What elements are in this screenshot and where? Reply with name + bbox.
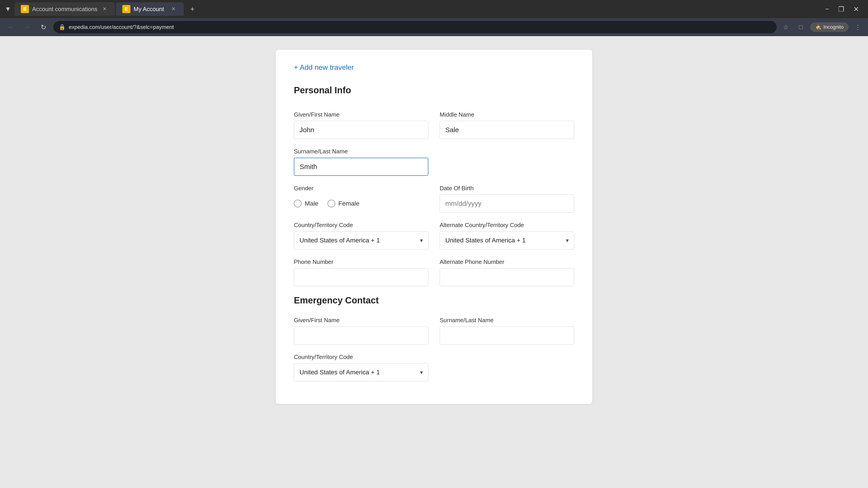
alt-country-territory-code-label: Alternate Country/Territory Code xyxy=(440,222,574,229)
address-bar: ← → ↻ 🔒 expedia.com/user/account/?&selc=… xyxy=(0,18,868,36)
country-territory-select-wrapper: United States of America + 1 xyxy=(294,231,428,250)
address-input-wrap[interactable]: 🔒 expedia.com/user/account/?&selc=paymen… xyxy=(53,21,777,33)
date-of-birth-label: Date Of Birth xyxy=(440,185,574,192)
gender-male-radio[interactable] xyxy=(294,200,302,207)
emergency-name-row: Given/First Name Surname/Last Name xyxy=(294,317,574,345)
form-card: + Add new traveler Personal Info Given/F… xyxy=(276,50,592,404)
alt-phone-number-label: Alternate Phone Number xyxy=(440,258,574,265)
gender-dob-row: Gender Male Female Date Of Birth xyxy=(294,185,574,213)
gender-female-option[interactable]: Female xyxy=(328,200,360,207)
tab-account-communications[interactable]: E Account communications ✕ xyxy=(14,2,115,16)
emergency-given-first-name-input[interactable] xyxy=(294,326,428,345)
gender-options: Male Female xyxy=(294,195,428,213)
tab-bar: ▼ E Account communications ✕ E My Accoun… xyxy=(0,0,868,18)
country-territory-code-group: Country/Territory Code United States of … xyxy=(294,222,428,250)
middle-name-input[interactable] xyxy=(440,121,574,139)
emergency-spacer xyxy=(440,354,574,381)
country-territory-code-label: Country/Territory Code xyxy=(294,222,428,229)
emergency-contact-title: Emergency Contact xyxy=(294,295,574,305)
tab-1-close-button[interactable]: ✕ xyxy=(101,5,109,13)
gender-label: Gender xyxy=(294,185,428,192)
gender-male-option[interactable]: Male xyxy=(294,200,318,207)
tab-2-favicon: E xyxy=(122,5,130,13)
tab-1-favicon: E xyxy=(21,5,29,13)
personal-info-title: Personal Info xyxy=(294,85,574,100)
maximize-button[interactable]: ❐ xyxy=(838,5,844,13)
gender-female-radio[interactable] xyxy=(328,200,335,207)
incognito-label: Incognito xyxy=(824,24,844,30)
country-territory-code-select[interactable]: United States of America + 1 xyxy=(294,231,428,250)
tab-2-label: My Account xyxy=(133,6,164,13)
emergency-country-row: Country/Territory Code United States of … xyxy=(294,354,574,381)
country-territory-code-value: United States of America + 1 xyxy=(300,237,380,244)
address-bar-actions: ☆ □ 🕵 Incognito ⋮ xyxy=(780,22,864,33)
alt-phone-number-group: Alternate Phone Number xyxy=(440,258,574,286)
forward-button[interactable]: → xyxy=(21,21,33,33)
surname-last-name-group: Surname/Last Name xyxy=(294,148,428,176)
date-of-birth-input[interactable] xyxy=(440,195,574,213)
add-traveler-link[interactable]: + Add new traveler xyxy=(294,63,354,72)
phone-number-group: Phone Number xyxy=(294,258,428,286)
emergency-surname-last-name-group: Surname/Last Name xyxy=(440,317,574,345)
incognito-indicator[interactable]: 🕵 Incognito xyxy=(810,22,848,32)
emergency-contact-section: Emergency Contact Given/First Name Surna… xyxy=(294,295,574,381)
alt-country-territory-code-select[interactable]: United States of America + 1 xyxy=(440,231,574,250)
alt-country-territory-code-value: United States of America + 1 xyxy=(445,237,526,244)
phone-number-label: Phone Number xyxy=(294,258,428,265)
tab-2-close-button[interactable]: ✕ xyxy=(169,5,178,13)
tab-1-label: Account communications xyxy=(32,6,97,13)
tab-search-button[interactable]: □ xyxy=(795,22,807,33)
minimize-button[interactable]: − xyxy=(825,5,829,13)
gender-group: Gender Male Female xyxy=(294,185,428,213)
emergency-country-territory-select-wrapper: United States of America + 1 xyxy=(294,363,428,381)
more-menu-button[interactable]: ⋮ xyxy=(852,22,864,33)
surname-last-name-input[interactable] xyxy=(294,158,428,176)
url-display: expedia.com/user/account/?&selc=payment xyxy=(69,24,771,30)
country-code-row: Country/Territory Code United States of … xyxy=(294,222,574,250)
emergency-given-first-name-group: Given/First Name xyxy=(294,317,428,345)
incognito-icon: 🕵 xyxy=(815,24,821,30)
middle-name-label: Middle Name xyxy=(440,111,574,118)
emergency-given-first-name-label: Given/First Name xyxy=(294,317,428,324)
alt-country-territory-select-wrapper: United States of America + 1 xyxy=(440,231,574,250)
alt-country-territory-code-group: Alternate Country/Territory Code United … xyxy=(440,222,574,250)
emergency-country-territory-code-label: Country/Territory Code xyxy=(294,354,428,361)
alt-phone-number-input[interactable] xyxy=(440,268,574,286)
bookmark-button[interactable]: ☆ xyxy=(780,22,792,33)
page-content: + Add new traveler Personal Info Given/F… xyxy=(0,36,868,404)
emergency-surname-last-name-input[interactable] xyxy=(440,326,574,345)
given-first-name-group: Given/First Name xyxy=(294,111,428,139)
close-button[interactable]: ✕ xyxy=(853,5,859,13)
new-tab-button[interactable]: + xyxy=(186,3,199,15)
personal-info-section: Personal Info Given/First Name Middle Na… xyxy=(294,85,574,286)
given-first-name-label: Given/First Name xyxy=(294,111,428,118)
back-button[interactable]: ← xyxy=(4,21,17,33)
lock-icon: 🔒 xyxy=(59,24,66,30)
phone-row: Phone Number Alternate Phone Number xyxy=(294,258,574,286)
tab-my-account[interactable]: E My Account ✕ xyxy=(116,2,184,16)
gender-male-label: Male xyxy=(305,200,318,207)
name-row-1: Given/First Name Middle Name xyxy=(294,111,574,139)
chevron-down-icon: ▼ xyxy=(5,5,11,13)
tab-scroll-btn[interactable]: ▼ xyxy=(2,2,13,16)
browser-chrome: ▼ E Account communications ✕ E My Accoun… xyxy=(0,0,868,36)
window-controls: − ❐ ✕ xyxy=(825,5,866,13)
given-first-name-input[interactable] xyxy=(294,121,428,139)
emergency-surname-last-name-label: Surname/Last Name xyxy=(440,317,574,324)
gender-female-label: Female xyxy=(338,200,360,207)
emergency-country-territory-code-value: United States of America + 1 xyxy=(300,369,380,376)
surname-row: Surname/Last Name xyxy=(294,148,574,176)
refresh-button[interactable]: ↻ xyxy=(37,21,50,33)
surname-spacer xyxy=(440,148,574,176)
surname-last-name-label: Surname/Last Name xyxy=(294,148,428,155)
emergency-country-territory-code-select[interactable]: United States of America + 1 xyxy=(294,363,428,381)
date-of-birth-group: Date Of Birth xyxy=(440,185,574,213)
emergency-country-territory-code-group: Country/Territory Code United States of … xyxy=(294,354,428,381)
middle-name-group: Middle Name xyxy=(440,111,574,139)
phone-number-input[interactable] xyxy=(294,268,428,286)
